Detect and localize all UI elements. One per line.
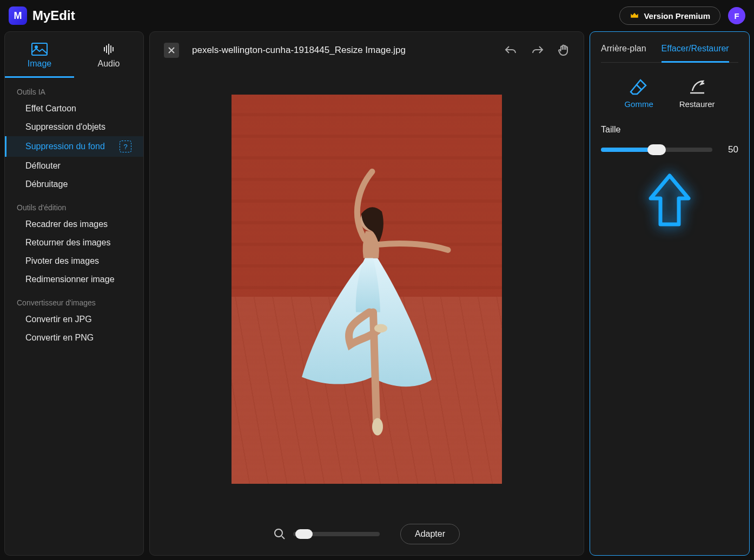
zoom-icon[interactable] — [274, 528, 286, 540]
svg-point-1 — [35, 46, 37, 48]
avatar[interactable]: F — [728, 7, 745, 24]
right-panel-tabs: Arrière-plan Effacer/Restaurer — [601, 41, 738, 63]
svg-rect-0 — [32, 43, 47, 55]
zoom-thumb[interactable] — [295, 529, 313, 539]
right-panel: Arrière-plan Effacer/Restaurer Gomme Res… — [590, 31, 750, 556]
sidebar-item-suppression-objets[interactable]: Suppression d'objets — [5, 118, 143, 136]
svg-point-3 — [372, 418, 383, 435]
canvas-tools — [504, 44, 570, 57]
hand-icon — [558, 44, 570, 57]
pan-button[interactable] — [558, 44, 570, 57]
canvas-header: pexels-wellington-cunha-1918445_Resize I… — [164, 43, 570, 58]
top-bar: M MyEdit Version Premium F — [0, 0, 754, 31]
brand-name: MyEdit — [32, 8, 75, 23]
crown-icon — [630, 11, 639, 21]
sidebar-tabs: Image Audio — [5, 37, 143, 78]
undo-icon — [504, 44, 518, 56]
premium-button[interactable]: Version Premium — [619, 6, 720, 25]
sidebar-tab-image[interactable]: Image — [5, 37, 74, 78]
section-heading: Outils d'édition — [5, 194, 143, 215]
sidebar-item-suppression-fond[interactable]: Suppression du fond ? — [5, 136, 143, 157]
eraser-icon — [630, 78, 648, 95]
fit-button[interactable]: Adapter — [400, 524, 460, 544]
canvas-footer: Adapter — [164, 521, 570, 544]
sidebar-item-effet-cartoon[interactable]: Effet Cartoon — [5, 99, 143, 118]
canvas-body[interactable] — [164, 58, 570, 521]
size-thumb[interactable] — [647, 144, 666, 155]
brand: M MyEdit — [9, 6, 75, 25]
sidebar-item-retourner[interactable]: Retourner des images — [5, 234, 143, 252]
tool-gomme[interactable]: Gomme — [624, 78, 653, 109]
sidebar-item-deflouter[interactable]: Déflouter — [5, 157, 143, 175]
file-name: pexels-wellington-cunha-1918445_Resize I… — [192, 45, 491, 56]
close-file-button[interactable] — [164, 43, 179, 58]
restore-icon — [688, 78, 706, 95]
sidebar-item-convert-jpg[interactable]: Convertir en JPG — [5, 310, 143, 329]
size-value: 50 — [722, 144, 738, 155]
sidebar-tab-label: Audio — [98, 59, 120, 69]
size-control: Taille 50 — [601, 119, 738, 155]
tab-effacer-restaurer[interactable]: Effacer/Restaurer — [662, 41, 729, 63]
sidebar-tab-audio[interactable]: Audio — [74, 37, 143, 78]
nav-label: Convertir en JPG — [25, 315, 92, 324]
nav-label: Recadrer des images — [25, 219, 108, 229]
section-heading: Convertisseur d'images — [5, 289, 143, 310]
close-icon — [168, 46, 175, 54]
premium-label: Version Premium — [644, 11, 710, 21]
tool-choice: Gomme Restaurer — [601, 63, 738, 119]
sidebar: Image Audio Outils IA Effet Cartoon Supp… — [4, 31, 144, 556]
section-heading: Outils IA — [5, 78, 143, 99]
sidebar-item-debruitage[interactable]: Débruitage — [5, 175, 143, 194]
zoom-controls — [274, 528, 380, 540]
nav-label: Redimensionner image — [25, 275, 115, 284]
size-label: Taille — [601, 125, 738, 135]
sidebar-item-redimensionner[interactable]: Redimensionner image — [5, 270, 143, 289]
tool-label: Gomme — [624, 99, 653, 109]
topbar-right: Version Premium F — [619, 6, 745, 25]
tool-label: Restaurer — [679, 99, 715, 109]
size-slider[interactable] — [601, 148, 712, 152]
undo-button[interactable] — [504, 44, 518, 56]
audio-icon — [101, 43, 117, 56]
nav-label: Retourner des images — [25, 238, 110, 248]
nav-label: Convertir en PNG — [25, 333, 94, 343]
redo-icon — [531, 44, 545, 56]
zoom-slider[interactable] — [293, 532, 380, 536]
svg-point-4 — [374, 324, 387, 332]
nav-label: Suppression d'objets — [25, 122, 105, 132]
help-icon[interactable]: ? — [120, 141, 131, 152]
nav-label: Déflouter — [25, 161, 61, 171]
image-icon — [31, 43, 48, 56]
sidebar-item-pivoter[interactable]: Pivoter des images — [5, 252, 143, 270]
tab-arriere-plan[interactable]: Arrière-plan — [601, 41, 646, 63]
redo-button[interactable] — [531, 44, 545, 56]
attention-arrow-icon — [645, 171, 694, 231]
nav-label: Suppression du fond — [25, 142, 105, 151]
tool-restaurer[interactable]: Restaurer — [679, 78, 715, 109]
brand-logo-icon: M — [9, 6, 27, 25]
sidebar-item-recadrer[interactable]: Recadrer des images — [5, 215, 143, 234]
nav-label: Pivoter des images — [25, 256, 99, 266]
svg-point-5 — [275, 529, 282, 537]
sidebar-item-convert-png[interactable]: Convertir en PNG — [5, 329, 143, 347]
dancer-subject — [264, 150, 469, 452]
nav-label: Débruitage — [25, 179, 68, 189]
nav-label: Effet Cartoon — [25, 104, 76, 114]
image-preview — [232, 95, 502, 484]
sidebar-tab-label: Image — [28, 59, 51, 69]
canvas-area: pexels-wellington-cunha-1918445_Resize I… — [149, 31, 584, 556]
